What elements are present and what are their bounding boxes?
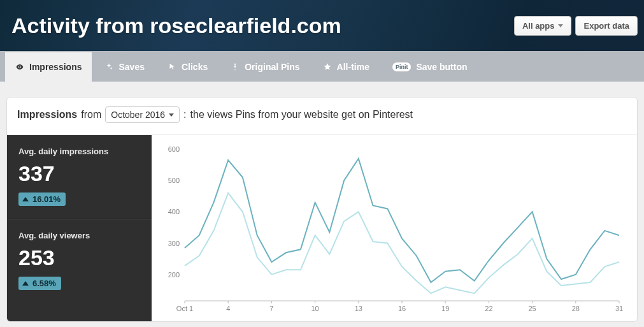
svg-text:Oct 1: Oct 1 bbox=[176, 305, 193, 312]
cursor-icon bbox=[168, 62, 176, 71]
svg-text:28: 28 bbox=[572, 305, 580, 312]
page-header: Activity from roseclearfield.com All app… bbox=[0, 0, 644, 51]
export-data-button[interactable]: Export data bbox=[575, 16, 638, 36]
svg-text:31: 31 bbox=[615, 305, 623, 312]
svg-text:600: 600 bbox=[168, 145, 180, 153]
tab-saves[interactable]: Saves bbox=[94, 52, 154, 82]
metric-tabs: Impressions Saves Clicks Original Pins A… bbox=[0, 51, 644, 82]
svg-text:4: 4 bbox=[226, 305, 230, 312]
stat-impressions-change: 16.01% bbox=[18, 193, 66, 206]
tab-clicks-label: Clicks bbox=[182, 62, 208, 72]
tab-save-button-label: Save button bbox=[416, 62, 467, 72]
date-range-label: October 2016 bbox=[111, 110, 165, 120]
svg-text:10: 10 bbox=[311, 305, 318, 312]
export-data-label: Export data bbox=[583, 21, 629, 31]
stat-viewers: Avg. daily viewers 253 6.58% bbox=[7, 219, 152, 303]
stat-impressions-change-value: 16.01% bbox=[32, 194, 61, 204]
svg-text:25: 25 bbox=[528, 305, 536, 312]
stat-viewers-change: 6.58% bbox=[18, 277, 61, 290]
from-word: from bbox=[81, 109, 101, 120]
svg-text:400: 400 bbox=[168, 208, 180, 215]
all-apps-dropdown[interactable]: All apps bbox=[514, 16, 572, 36]
stats-sidebar: Avg. daily impressions 337 16.01% Avg. d… bbox=[7, 135, 152, 321]
eye-icon bbox=[15, 62, 24, 71]
chart-area: 200300400500600Oct 1471013161922252831 bbox=[152, 135, 637, 321]
stat-viewers-label: Avg. daily viewers bbox=[18, 231, 140, 240]
svg-text:7: 7 bbox=[269, 305, 273, 312]
content-area: Impressions from October 2016 : the view… bbox=[0, 82, 644, 327]
all-apps-label: All apps bbox=[522, 21, 555, 31]
svg-text:200: 200 bbox=[168, 271, 180, 279]
impressions-line-chart: 200300400500600Oct 1471013161922252831 bbox=[159, 143, 626, 319]
svg-text:13: 13 bbox=[355, 305, 362, 312]
svg-text:16: 16 bbox=[398, 305, 406, 312]
metric-name: Impressions bbox=[17, 109, 77, 120]
tab-saves-label: Saves bbox=[118, 62, 144, 72]
tab-all-time[interactable]: All-time bbox=[313, 52, 380, 82]
header-actions: All apps Export data bbox=[514, 16, 638, 36]
svg-text:300: 300 bbox=[168, 240, 180, 247]
stat-impressions-label: Avg. daily impressions bbox=[18, 147, 140, 156]
impressions-card: Impressions from October 2016 : the view… bbox=[6, 97, 638, 322]
tab-original-pins[interactable]: Original Pins bbox=[220, 52, 310, 82]
tab-impressions[interactable]: Impressions bbox=[5, 52, 92, 82]
svg-text:22: 22 bbox=[485, 305, 492, 312]
star-icon bbox=[323, 62, 332, 71]
sparkle-icon bbox=[104, 62, 113, 71]
svg-text:19: 19 bbox=[441, 305, 449, 312]
page-title: Activity from roseclearfield.com bbox=[11, 13, 341, 38]
chevron-down-icon bbox=[169, 113, 174, 117]
card-body: Avg. daily impressions 337 16.01% Avg. d… bbox=[7, 134, 637, 321]
pin-icon bbox=[231, 62, 240, 71]
tab-all-time-label: All-time bbox=[337, 62, 369, 72]
chevron-down-icon bbox=[558, 24, 563, 27]
tab-save-button[interactable]: Pinit Save button bbox=[382, 52, 478, 82]
metric-description: the views Pins from your website get on … bbox=[190, 109, 413, 120]
colon: : bbox=[183, 109, 186, 120]
tab-impressions-label: Impressions bbox=[29, 62, 82, 72]
tab-original-pins-label: Original Pins bbox=[245, 62, 299, 72]
date-range-dropdown[interactable]: October 2016 bbox=[105, 106, 180, 123]
stat-viewers-value: 253 bbox=[18, 245, 140, 270]
svg-text:500: 500 bbox=[168, 177, 180, 184]
stat-viewers-change-value: 6.58% bbox=[32, 279, 56, 288]
tab-clicks[interactable]: Clicks bbox=[157, 52, 218, 82]
stat-impressions: Avg. daily impressions 337 16.01% bbox=[7, 135, 152, 219]
stat-impressions-value: 337 bbox=[18, 161, 140, 186]
pinit-badge-icon: Pinit bbox=[392, 62, 411, 71]
card-header: Impressions from October 2016 : the view… bbox=[7, 98, 637, 134]
